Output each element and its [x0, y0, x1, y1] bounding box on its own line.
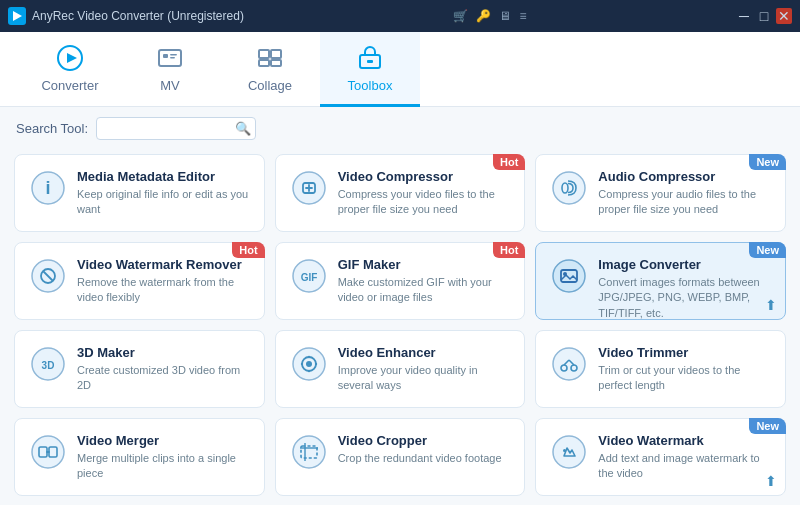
cart-icon[interactable]: 🛒	[453, 9, 468, 23]
tool-name: Audio Compressor	[598, 169, 771, 184]
image-converter-icon	[550, 257, 588, 295]
tool-info: GIF Maker Make customized GIF with your …	[338, 257, 511, 306]
svg-text:GIF: GIF	[300, 272, 317, 283]
nav-collage[interactable]: Collage	[220, 32, 320, 107]
svg-point-31	[306, 361, 312, 367]
tools-grid: i Media Metadata Editor Keep original fi…	[0, 148, 800, 505]
tool-name: Video Watermark Remover	[77, 257, 250, 272]
tool-audio-compressor[interactable]: New Audio Compressor Compress your audio…	[535, 154, 786, 232]
badge-new: New	[749, 154, 786, 170]
tool-info: Video Cropper Crop the redundant video f…	[338, 433, 511, 466]
tool-desc: Compress your audio files to the proper …	[598, 187, 771, 218]
nav-bar: Converter MV Collage	[0, 32, 800, 107]
svg-marker-2	[67, 53, 77, 63]
tool-video-compressor[interactable]: Hot Video Compressor Compress your video…	[275, 154, 526, 232]
nav-mv-label: MV	[160, 78, 180, 93]
tool-desc: Improve your video quality in several wa…	[338, 363, 511, 394]
maximize-button[interactable]: □	[756, 8, 772, 24]
scroll-to-top-icon[interactable]: ⬆	[765, 297, 777, 313]
tool-name: Video Compressor	[338, 169, 511, 184]
svg-text:3D: 3D	[42, 360, 55, 371]
tool-video-merger[interactable]: Video Merger Merge multiple clips into a…	[14, 418, 265, 496]
tool-desc: Add text and image watermark to the vide…	[598, 451, 771, 482]
tool-desc: Make customized GIF with your video or i…	[338, 275, 511, 306]
svg-point-34	[300, 363, 302, 365]
tool-name: Image Converter	[598, 257, 771, 272]
svg-point-17	[553, 172, 585, 204]
3d-maker-icon: 3D	[29, 345, 67, 383]
tool-video-watermark[interactable]: New Video Watermark Add text and image w…	[535, 418, 786, 496]
svg-point-49	[563, 449, 566, 452]
svg-rect-10	[271, 60, 281, 66]
toolbox-icon	[354, 42, 386, 74]
tool-name: GIF Maker	[338, 257, 511, 272]
search-input[interactable]	[105, 122, 235, 136]
content-area: Search Tool: 🔍 i Media Metadata Editor K…	[0, 107, 800, 505]
badge-new: New	[749, 242, 786, 258]
search-icon[interactable]: 🔍	[235, 121, 251, 136]
tool-desc: Merge multiple clips into a single piece	[77, 451, 250, 482]
video-watermark-icon	[550, 433, 588, 471]
search-bar: Search Tool: 🔍	[0, 107, 800, 148]
nav-converter[interactable]: Converter	[20, 32, 120, 107]
svg-text:i: i	[45, 178, 50, 198]
title-bar-icons: 🛒 🔑 🖥 ≡	[453, 9, 526, 23]
minimize-button[interactable]: ─	[736, 8, 752, 24]
nav-toolbox[interactable]: Toolbox	[320, 32, 420, 107]
tool-3d-maker[interactable]: 3D 3D Maker Create customized 3D video f…	[14, 330, 265, 408]
svg-rect-5	[170, 54, 177, 56]
tool-info: Audio Compressor Compress your audio fil…	[598, 169, 771, 218]
tool-media-metadata-editor[interactable]: i Media Metadata Editor Keep original fi…	[14, 154, 265, 232]
collage-icon	[254, 42, 286, 74]
key-icon[interactable]: 🔑	[476, 9, 491, 23]
tool-info: Video Enhancer Improve your video qualit…	[338, 345, 511, 394]
svg-rect-8	[271, 50, 281, 58]
audio-compressor-icon	[550, 169, 588, 207]
tool-name: Video Enhancer	[338, 345, 511, 360]
tool-desc: Crop the redundant video footage	[338, 451, 511, 466]
tool-name: 3D Maker	[77, 345, 250, 360]
svg-rect-9	[259, 60, 269, 66]
tool-info: Video Merger Merge multiple clips into a…	[77, 433, 250, 482]
app-title: AnyRec Video Converter (Unregistered)	[32, 9, 244, 23]
gif-maker-icon: GIF	[290, 257, 328, 295]
tool-info: Media Metadata Editor Keep original file…	[77, 169, 250, 218]
close-button[interactable]: ✕	[776, 8, 792, 24]
badge-new: New	[749, 418, 786, 434]
converter-icon	[54, 42, 86, 74]
svg-point-33	[307, 370, 309, 372]
nav-mv[interactable]: MV	[120, 32, 220, 107]
tool-info: Video Compressor Compress your video fil…	[338, 169, 511, 218]
tool-desc: Trim or cut your videos to the perfect l…	[598, 363, 771, 394]
svg-rect-6	[170, 57, 175, 59]
scroll-to-top-icon-2[interactable]: ⬆	[765, 473, 777, 489]
tool-image-converter[interactable]: New Image Converter Convert images forma…	[535, 242, 786, 320]
tool-video-trimmer[interactable]: Video Trimmer Trim or cut your videos to…	[535, 330, 786, 408]
search-input-wrapper: 🔍	[96, 117, 256, 140]
tool-gif-maker[interactable]: Hot GIF GIF Maker Make customized GIF wi…	[275, 242, 526, 320]
svg-point-44	[293, 436, 325, 468]
video-cropper-icon	[290, 433, 328, 471]
video-merger-icon	[29, 433, 67, 471]
nav-converter-label: Converter	[41, 78, 98, 93]
tool-video-watermark-remover[interactable]: Hot Video Watermark Remover Remove the w…	[14, 242, 265, 320]
video-trimmer-icon	[550, 345, 588, 383]
badge-hot: Hot	[493, 154, 525, 170]
screen-icon[interactable]: 🖥	[499, 9, 511, 23]
tool-video-cropper[interactable]: Video Cropper Crop the redundant video f…	[275, 418, 526, 496]
tool-desc: Convert images formats between JPG/JPEG,…	[598, 275, 771, 321]
tool-info: Image Converter Convert images formats b…	[598, 257, 771, 321]
tool-name: Video Merger	[77, 433, 250, 448]
media-metadata-icon: i	[29, 169, 67, 207]
svg-rect-4	[163, 54, 168, 58]
nav-collage-label: Collage	[248, 78, 292, 93]
menu-icon[interactable]: ≡	[519, 9, 526, 23]
tool-info: 3D Maker Create customized 3D video from…	[77, 345, 250, 394]
watermark-remover-icon	[29, 257, 67, 295]
svg-rect-7	[259, 50, 269, 58]
badge-hot: Hot	[493, 242, 525, 258]
svg-point-32	[307, 356, 309, 358]
video-compressor-icon	[290, 169, 328, 207]
badge-hot: Hot	[232, 242, 264, 258]
tool-video-enhancer[interactable]: Video Enhancer Improve your video qualit…	[275, 330, 526, 408]
